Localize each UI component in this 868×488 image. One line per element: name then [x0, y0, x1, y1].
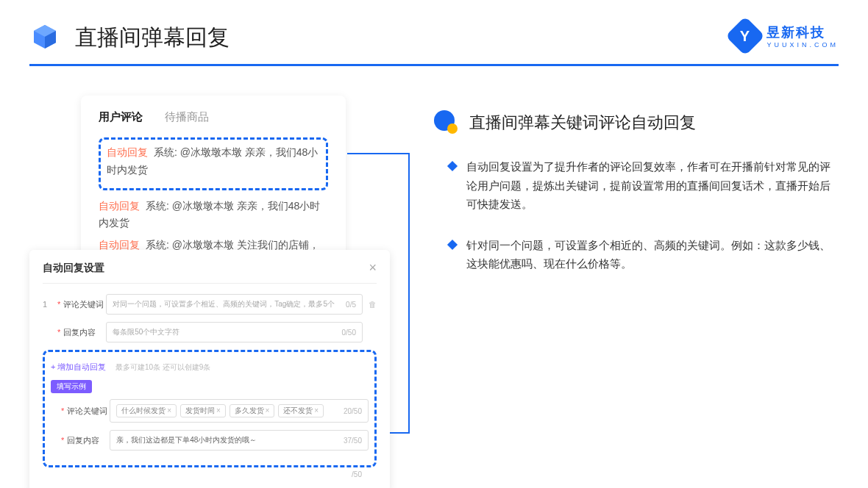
highlighted-comment: 自动回复 系统: @冰墩墩本墩 亲亲，我们48小时内发货 [99, 137, 328, 190]
example-badge: 填写示例 [51, 380, 92, 393]
connector-line [408, 153, 410, 432]
example-keyword-count: 20/50 [344, 407, 362, 415]
content-input[interactable]: 每条限50个中文字符 0/50 [106, 322, 363, 342]
brand-url: YUUXIN.COM [766, 41, 839, 49]
tab-user-comments[interactable]: 用户评论 [99, 110, 143, 124]
example-content-count: 37/50 [344, 437, 362, 445]
outer-count: /50 [352, 470, 362, 478]
tag-chip[interactable]: 什么时候发货× [116, 404, 177, 417]
bullet-item: 针对同一个问题，可设置多个相近的、高频的关键词。例如：这款多少钱、这块能优惠吗、… [434, 236, 839, 273]
required-star: * [61, 436, 64, 445]
content-count: 0/50 [342, 329, 356, 337]
connector-line [347, 153, 410, 154]
bullet-circle-icon [434, 110, 459, 135]
comment-row: 自动回复 系统: @冰墩墩本墩 亲亲，我们48小时内发货 [107, 144, 320, 179]
section-title: 直播间弹幕关键词评论自动回复 [469, 112, 696, 134]
bullet-text: 针对同一个问题，可设置多个相近的、高频的关键词。例如：这款多少钱、这块能优惠吗、… [466, 236, 839, 273]
brand-icon: Y [726, 16, 766, 56]
trash-icon[interactable]: 🗑 [369, 300, 377, 309]
add-auto-reply-link[interactable]: + 增加自动回复 [51, 362, 106, 371]
keyword-label: 评论关键词 [63, 299, 106, 310]
example-content-label: 回复内容 [67, 435, 110, 446]
comment-row: 自动回复 系统: @冰墩墩本墩 亲亲，我们48小时内发货 [99, 198, 328, 233]
logo-cube-icon [29, 22, 60, 53]
brand-name: 昱新科技 [766, 24, 839, 41]
header-divider [29, 64, 839, 66]
section-heading: 直播间弹幕关键词评论自动回复 [434, 110, 839, 135]
required-star: * [61, 406, 64, 415]
example-keyword-input[interactable]: 什么时候发货× 发货时间× 多久发货× 还不发货× 20/50 [110, 399, 369, 423]
keyword-count: 0/5 [346, 301, 356, 309]
auto-reply-settings-card: 自动回复设置 × 1 * 评论关键词 对同一个问题，可设置多个相近、高频的关键词… [29, 250, 390, 488]
auto-reply-tag: 自动回复 [99, 200, 140, 212]
close-icon[interactable]: × [369, 260, 377, 276]
add-hint: 最多可建10条 还可以创建9条 [115, 363, 210, 371]
bullet-item: 自动回复设置为了提升作者的评论回复效率，作者可在开播前针对常见的评论用户问题，提… [434, 157, 839, 214]
brand-logo: Y 昱新科技 YUUXIN.COM [731, 22, 839, 50]
diamond-icon [447, 239, 458, 249]
diamond-icon [447, 161, 458, 171]
example-keyword-label: 评论关键词 [67, 406, 110, 417]
page-title: 直播间弹幕回复 [75, 23, 230, 53]
keyword-input[interactable]: 对同一个问题，可设置多个相近、高频的关键词，Tag确定，最多5个 0/5 [106, 294, 363, 315]
bullet-text: 自动回复设置为了提升作者的评论回复效率，作者可在开播前针对常见的评论用户问题，提… [466, 157, 839, 214]
auto-reply-tag: 自动回复 [107, 146, 148, 158]
tag-chip[interactable]: 还不发货× [278, 404, 324, 417]
settings-title: 自动回复设置 [43, 262, 104, 275]
content-label: 回复内容 [63, 327, 106, 338]
auto-reply-tag: 自动回复 [99, 239, 140, 251]
tag-chip[interactable]: 多久发货× [230, 404, 275, 417]
example-section: + 增加自动回复 最多可建10条 还可以创建9条 填写示例 * 评论关键词 什么… [43, 350, 377, 467]
row-number: 1 [43, 300, 57, 309]
example-content-input[interactable]: 亲，我们这边都是下单48小时内发货的哦～ 37/50 [110, 430, 369, 451]
required-star: * [57, 300, 60, 309]
tag-chip[interactable]: 发货时间× [180, 404, 226, 417]
tab-pending-products[interactable]: 待播商品 [165, 110, 209, 124]
required-star: * [57, 328, 60, 337]
comments-tabs: 用户评论 待播商品 [99, 110, 328, 124]
